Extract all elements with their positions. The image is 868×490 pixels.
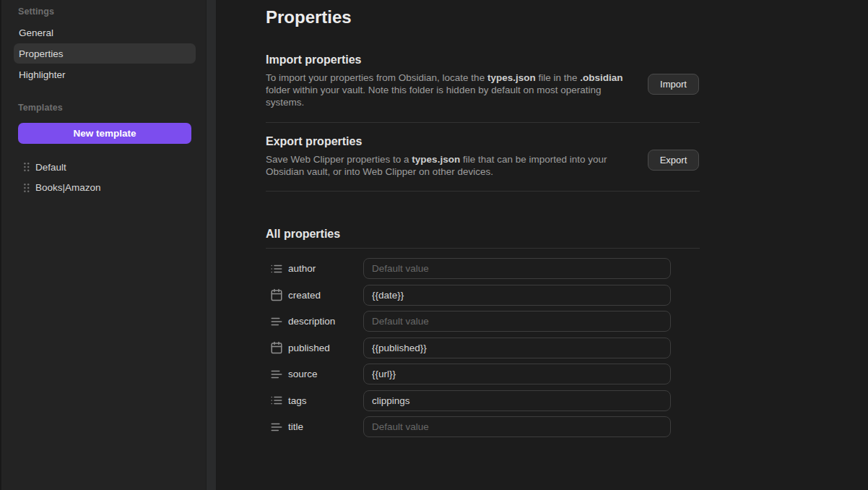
sidebar-resize-handle[interactable] [206, 0, 217, 490]
property-row-created: created [266, 285, 700, 306]
property-default-value-input[interactable] [363, 416, 671, 437]
sidebar-item-properties[interactable]: Properties [14, 43, 196, 64]
calendar-icon [270, 341, 283, 354]
grip-vertical-icon[interactable] [22, 160, 32, 174]
list-icon [270, 262, 283, 275]
property-default-value-input[interactable] [363, 311, 671, 332]
new-template-button[interactable]: New template [18, 123, 191, 144]
sidebar-item-label: Highlighter [19, 69, 66, 80]
property-list: author created description [266, 258, 700, 437]
list-icon [270, 394, 283, 407]
text-icon [270, 315, 283, 328]
section-divider [266, 122, 700, 123]
property-row-source: source [266, 364, 700, 384]
templates-section-heading: Templates [18, 103, 63, 113]
export-properties-heading: Export properties [266, 135, 362, 148]
properties-settings-panel: Properties Import properties To import y… [217, 0, 868, 490]
import-properties-description: To import your properties from Obsidian,… [266, 72, 633, 108]
property-default-value-input[interactable] [363, 338, 671, 358]
property-row-author: author [266, 258, 700, 279]
template-item-label: Default [35, 162, 66, 173]
export-properties-description: Save Web Clipper properties to a types.j… [266, 153, 633, 178]
property-default-value-input[interactable] [363, 364, 671, 384]
settings-section-heading: Settings [18, 7, 54, 17]
page-title: Properties [266, 7, 352, 27]
section-divider [266, 248, 700, 249]
sidebar-item-label: Properties [19, 48, 64, 59]
property-name: tags [288, 395, 363, 406]
settings-sidebar: Settings General Properties Highlighter … [0, 0, 206, 490]
template-item-default[interactable]: Default [22, 157, 195, 177]
export-button[interactable]: Export [648, 150, 699, 171]
property-name: source [288, 369, 363, 379]
property-row-tags: tags [266, 390, 700, 411]
property-name: description [288, 316, 363, 327]
import-properties-heading: Import properties [266, 53, 361, 66]
template-item-label: Books|Amazon [35, 182, 101, 193]
property-name: created [288, 290, 363, 301]
sidebar-item-label: General [19, 27, 53, 38]
section-divider [266, 191, 700, 192]
property-name: published [288, 343, 363, 353]
property-default-value-input[interactable] [363, 285, 671, 306]
text-icon [270, 368, 283, 381]
property-row-published: published [266, 338, 700, 358]
property-row-title: title [266, 416, 700, 437]
grip-vertical-icon[interactable] [22, 181, 32, 195]
text-icon [270, 421, 283, 434]
property-default-value-input[interactable] [363, 390, 671, 411]
calendar-icon [270, 288, 283, 301]
sidebar-item-general[interactable]: General [14, 22, 196, 43]
all-properties-heading: All properties [266, 228, 340, 241]
sidebar-item-highlighter[interactable]: Highlighter [14, 64, 196, 85]
property-name: title [288, 421, 363, 432]
property-row-description: description [266, 311, 700, 332]
property-default-value-input[interactable] [363, 258, 671, 279]
property-name: author [288, 263, 363, 274]
template-item-books-amazon[interactable]: Books|Amazon [22, 178, 195, 198]
import-button[interactable]: Import [648, 74, 699, 95]
